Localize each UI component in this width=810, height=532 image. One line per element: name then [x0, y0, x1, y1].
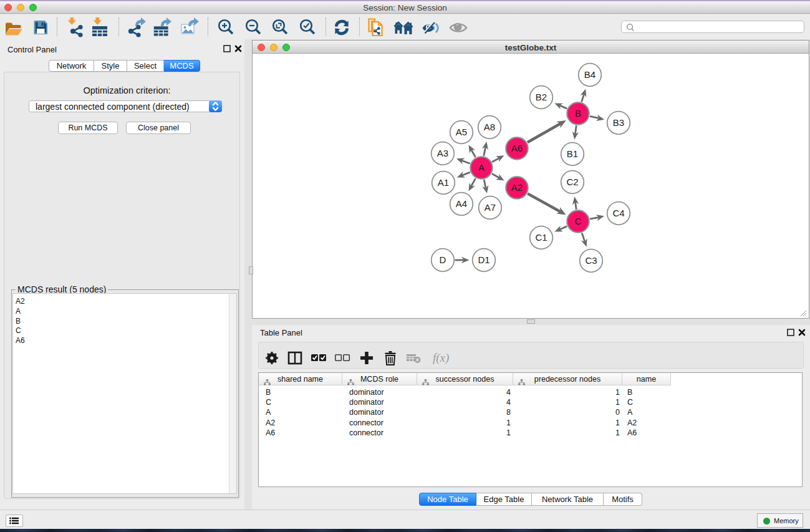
svg-text:A3: A3 — [437, 148, 448, 158]
svg-text:C3: C3 — [585, 255, 597, 266]
svg-text:A6: A6 — [511, 143, 523, 153]
svg-text:D1: D1 — [478, 254, 489, 265]
svg-text:f(x): f(x) — [433, 351, 449, 365]
svg-text:C1: C1 — [535, 232, 547, 243]
svg-text:C2: C2 — [566, 177, 578, 187]
svg-text:B1: B1 — [567, 148, 578, 159]
svg-text:B2: B2 — [536, 92, 547, 102]
svg-text:C4: C4 — [612, 208, 624, 218]
svg-text:B: B — [575, 108, 581, 118]
svg-text:B3: B3 — [613, 117, 624, 128]
svg-text:A2: A2 — [511, 182, 523, 193]
svg-text:A5: A5 — [456, 127, 467, 137]
svg-text:C: C — [575, 216, 582, 226]
svg-text:D: D — [440, 254, 446, 265]
svg-text:A7: A7 — [485, 202, 496, 213]
svg-text:A4: A4 — [456, 198, 467, 209]
svg-text:A8: A8 — [484, 122, 495, 132]
svg-text:B4: B4 — [584, 69, 595, 80]
svg-text:A1: A1 — [438, 177, 449, 188]
svg-text:A: A — [478, 162, 485, 173]
